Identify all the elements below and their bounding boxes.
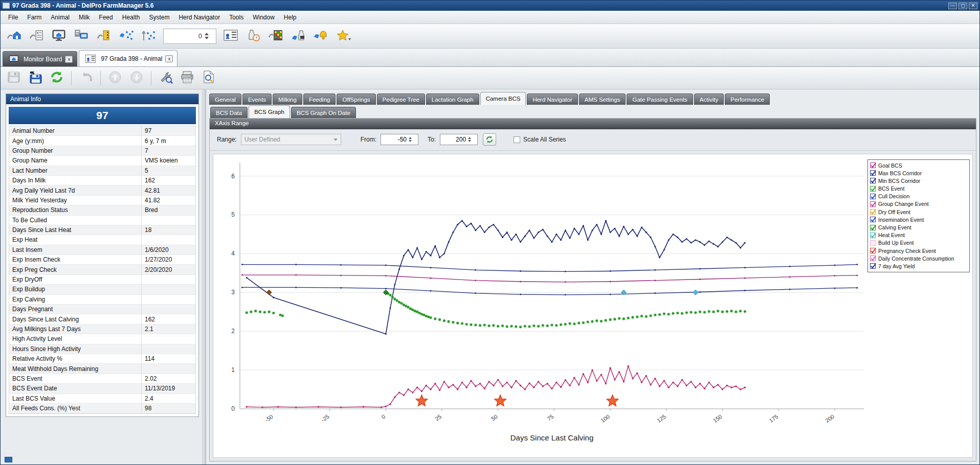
animal-report-button[interactable] <box>26 27 47 46</box>
panel-splitter[interactable] <box>202 89 206 464</box>
legend-item-max-bcs-corridor[interactable]: Max BCS Corridor <box>870 169 967 177</box>
legend-item-min-bcs-corridor[interactable]: Min BCS Corridor <box>870 177 967 184</box>
menu-item-window[interactable]: Window <box>248 12 279 23</box>
tab-offsprings[interactable]: OffSprings <box>337 94 375 105</box>
spin-up-icon[interactable] <box>205 33 209 35</box>
tab-milking[interactable]: Milking <box>273 94 302 105</box>
spin-down-icon[interactable] <box>468 140 471 142</box>
tab-performance[interactable]: Performance <box>725 94 770 105</box>
tab-feeding[interactable]: Feeding <box>303 94 336 105</box>
animal-scatter-button[interactable] <box>116 27 137 46</box>
save-report-button[interactable] <box>26 69 44 87</box>
milk-station-button[interactable] <box>71 27 92 46</box>
legend-checkbox[interactable] <box>870 217 876 222</box>
legend-item-bcs-event[interactable]: BCS Event <box>870 185 967 193</box>
legend-checkbox[interactable] <box>870 201 876 207</box>
legend-checkbox[interactable] <box>870 170 876 176</box>
activity-graph-button[interactable] <box>139 27 159 46</box>
menu-item-animal[interactable]: Animal <box>46 12 74 23</box>
legend-checkbox[interactable] <box>870 263 876 269</box>
legend-item-dry-off-event[interactable]: Dry Off Event <box>870 208 967 216</box>
milk-clock-button[interactable] <box>243 27 263 46</box>
legend-checkbox[interactable] <box>870 240 876 246</box>
legend-checkbox[interactable] <box>870 178 876 183</box>
legend-item-calving-event[interactable]: Calving Event <box>870 223 967 231</box>
wrench-search-button[interactable] <box>157 69 175 87</box>
spin-down-icon[interactable] <box>205 37 209 39</box>
tab-gate-passing-events[interactable]: Gate Passing Events <box>627 94 693 105</box>
refresh-button[interactable] <box>48 69 66 87</box>
to-spinbox[interactable] <box>440 134 478 145</box>
apply-range-button[interactable] <box>483 133 496 146</box>
scale-all-series-checkbox[interactable] <box>514 136 520 143</box>
monitor-board-button[interactable] <box>49 27 69 46</box>
animal-number-input[interactable] <box>164 32 204 40</box>
range-select[interactable]: User Defined <box>241 134 341 145</box>
calf-feed-button[interactable] <box>288 27 308 46</box>
legend-item-heat-event[interactable]: Heat Event <box>870 231 967 239</box>
close-tab-icon[interactable]: x <box>165 55 173 62</box>
spin-down-icon[interactable] <box>409 140 412 142</box>
doc-tab-97-grada-398-animal[interactable]: 97 Grada 398 - Animalx <box>79 50 177 66</box>
from-spinbox[interactable] <box>381 134 418 145</box>
from-input[interactable] <box>381 136 408 143</box>
legend-checkbox[interactable] <box>870 248 876 253</box>
to-input[interactable] <box>440 136 467 143</box>
tab-ams-settings[interactable]: AMS Settings <box>579 94 626 105</box>
tab-herd-navigator[interactable]: Herd Navigator <box>527 94 577 105</box>
subtab-bcs-graph-on-date[interactable]: BCS Graph On Date <box>291 107 356 118</box>
doc-tab-monitor-board[interactable]: Monitor Boardx <box>3 51 77 66</box>
menu-item-feed[interactable]: Feed <box>94 12 117 23</box>
spin-up-icon[interactable] <box>409 137 412 139</box>
menu-item-health[interactable]: Health <box>118 12 145 23</box>
print-button[interactable] <box>178 69 196 87</box>
animal-flow-button[interactable] <box>94 27 114 46</box>
legend-item-goal-bcs[interactable]: Goal BCS <box>870 161 967 169</box>
info-label: Days Since Last Heat <box>9 226 141 234</box>
subtab-bcs-data[interactable]: BCS Data <box>210 107 248 118</box>
menu-item-tools[interactable]: Tools <box>225 12 248 23</box>
subtab-bcs-graph[interactable]: BCS Graph <box>249 105 290 118</box>
legend-checkbox[interactable] <box>870 186 876 192</box>
legend-item-7-day-avg-yield[interactable]: 7 day Avg Yield <box>870 262 967 270</box>
favorites-star-button[interactable] <box>333 27 353 46</box>
page-preview-button[interactable] <box>199 69 218 87</box>
legend-checkbox[interactable] <box>870 162 876 168</box>
menu-item-system[interactable]: System <box>144 12 174 23</box>
maximize-button[interactable]: ▢ <box>959 3 967 9</box>
farm-home-button[interactable] <box>4 27 24 46</box>
legend-checkbox[interactable] <box>870 255 876 261</box>
tab-events[interactable]: Events <box>242 94 272 105</box>
alarm-bell-button[interactable] <box>310 27 331 46</box>
legend-item-build-up-event[interactable]: Build Up Event <box>870 239 967 247</box>
close-button[interactable]: ✕ <box>969 3 977 9</box>
animal-card-button[interactable] <box>220 27 241 46</box>
menu-item-milk[interactable]: Milk <box>74 12 94 23</box>
menu-item-farm[interactable]: Farm <box>23 12 46 23</box>
menu-item-herd-navigator[interactable]: Herd Navigator <box>174 12 225 23</box>
info-label: BCS Event <box>9 375 141 382</box>
legend-item-cull-decision[interactable]: Cull Decision <box>870 193 967 200</box>
menu-item-file[interactable]: File <box>4 12 23 23</box>
legend-checkbox[interactable] <box>870 194 876 199</box>
legend-checkbox[interactable] <box>870 232 876 238</box>
legend-item-pregnancy-check-event[interactable]: Pregnancy Check Event <box>870 247 967 254</box>
legend-item-daily-concentrate-consumption[interactable]: Daily Concentrate Consumption <box>870 254 967 262</box>
menu-item-help[interactable]: Help <box>279 12 301 23</box>
legend-item-group-change-event[interactable]: Group Change Event <box>870 200 967 208</box>
legend-checkbox[interactable] <box>870 225 876 230</box>
info-value: 1/27/2020 <box>141 255 195 264</box>
spin-up-icon[interactable] <box>468 137 471 139</box>
tab-activity[interactable]: Activity <box>694 94 724 105</box>
legend-checkbox[interactable] <box>870 209 876 215</box>
tab-lactation-graph[interactable]: Lactation Graph <box>426 94 479 105</box>
minimize-button[interactable]: — <box>948 3 957 9</box>
tab-camera-bcs[interactable]: Camera BCS <box>480 92 526 105</box>
toolbar-separator <box>100 71 101 85</box>
toolbar-animal-number-spinner[interactable] <box>163 29 216 44</box>
close-tab-icon[interactable]: x <box>65 56 73 63</box>
tab-general[interactable]: General <box>209 94 241 105</box>
legend-item-insemination-event[interactable]: Insemination Event <box>870 216 967 223</box>
feed-table-button[interactable] <box>265 27 286 46</box>
tab-pedigree-tree[interactable]: Pedigree Tree <box>377 94 425 105</box>
